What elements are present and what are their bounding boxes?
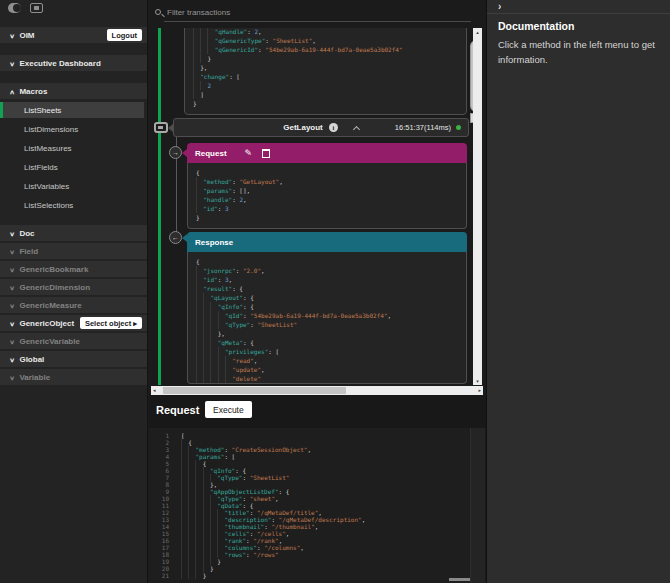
- sidebar-item-listfields[interactable]: ListFields: [0, 159, 147, 175]
- sidebar-section-genericbookmark[interactable]: ∨GenericBookmark: [0, 261, 147, 277]
- documentation-body: Click a method in the left menu to get i…: [498, 37, 658, 67]
- sidebar-label: ListDimensions: [24, 125, 78, 134]
- response-card-title: Response: [195, 238, 233, 247]
- sidebar-section-variable[interactable]: ∨Variable: [0, 369, 147, 385]
- chevron-down-icon: ∨: [9, 338, 15, 345]
- editor-code[interactable]: [ { "method": "CreateSessionObject", "pa…: [175, 432, 485, 583]
- scroll-down-arrow[interactable]: ▾: [473, 377, 482, 385]
- sidebar-section-genericvariable[interactable]: ∨GenericVariable: [0, 333, 147, 349]
- sidebar-section-genericobject[interactable]: ∨GenericObjectSelect object ▸: [0, 315, 147, 331]
- request-card-body: { "method": "GetLayout", "params": [], "…: [187, 163, 467, 229]
- scroll-left-arrow[interactable]: ◂: [153, 386, 156, 395]
- sidebar-item-listmeasures[interactable]: ListMeasures: [0, 140, 147, 156]
- request-editor[interactable]: 123456789101112131415161718192021 [ { "m…: [149, 428, 485, 583]
- sidebar-label: GenericMeasure: [19, 301, 81, 310]
- sidebar-label: OIM: [19, 31, 34, 40]
- editor-horizontal-scroll-thumb[interactable]: [449, 578, 470, 581]
- sidebar-item-listdimensions[interactable]: ListDimensions: [0, 121, 147, 137]
- filter-transactions-input[interactable]: Filter transactions: [167, 8, 230, 17]
- filter-row: Filter transactions: [149, 0, 486, 27]
- sidebar-section-global[interactable]: ∨Global: [0, 351, 147, 367]
- sidebar-section-genericmeasure[interactable]: ∨GenericMeasure: [0, 297, 147, 313]
- transactions-horizontal-scrollbar[interactable]: ◂ ▸: [151, 386, 483, 395]
- sidebar-label: ListSelections: [24, 201, 73, 210]
- sidebar-label: Variable: [19, 373, 50, 382]
- request-card-title: Request: [195, 149, 227, 158]
- call-timestamp: 16:51:37(114ms): [395, 123, 451, 132]
- sidebar-label: Global: [19, 355, 44, 364]
- chevron-down-icon: ∨: [9, 284, 15, 291]
- chat-bubble-node-icon: [154, 122, 168, 133]
- sidebar-section-executive-dashboard[interactable]: ∨Executive Dashboard: [0, 55, 147, 71]
- chevron-up-icon: ∧: [9, 88, 15, 95]
- topbar-icons: [8, 3, 43, 13]
- request-section-title: Request: [156, 404, 199, 416]
- transactions-vertical-scrollbar[interactable]: ▴ ▾: [473, 28, 482, 385]
- json-code: { "method": "GetLayout", "params": [], "…: [196, 168, 458, 222]
- request-section-bar: [149, 395, 486, 428]
- sidebar-item-listselections[interactable]: ListSelections: [0, 197, 147, 213]
- collapse-chevron-icon[interactable]: [353, 125, 360, 132]
- edit-icon[interactable]: ✎: [245, 148, 253, 158]
- sidebar-section-doc[interactable]: ∨Doc: [0, 225, 147, 241]
- timeline-connector-line: [176, 128, 177, 238]
- select-object-button[interactable]: Select object ▸: [80, 317, 142, 329]
- scroll-right-arrow[interactable]: ▸: [478, 386, 481, 395]
- logout-button[interactable]: Logout: [107, 29, 142, 41]
- filter-underline: [164, 21, 471, 22]
- scroll-up-arrow[interactable]: ▴: [473, 28, 482, 36]
- chevron-down-icon: ∨: [9, 266, 15, 273]
- chevron-down-icon: ∨: [9, 302, 15, 309]
- sidebar-label: GenericObject: [19, 319, 74, 328]
- sidebar-item-listvariables[interactable]: ListVariables: [0, 178, 147, 194]
- sidebar-label: GenericVariable: [19, 337, 79, 346]
- status-dot: [456, 125, 461, 130]
- call-method-label: GetLayout: [283, 123, 323, 132]
- chevron-down-icon: ∨: [9, 230, 15, 237]
- documentation-topbar: ›: [487, 0, 670, 14]
- chevron-down-icon: ∨: [9, 248, 15, 255]
- copy-icon[interactable]: [262, 149, 270, 158]
- search-icon: [155, 9, 161, 15]
- sidebar-menu: ∨OIMLogout∨Executive Dashboard∧MacrosLis…: [0, 0, 147, 385]
- timeline-accent-line: [158, 28, 161, 385]
- response-card: Response { "jsonrpc": "2.0", "id": 3, "r…: [187, 232, 467, 384]
- chat-toggle-icon[interactable]: [30, 3, 43, 13]
- previous-response-card: "qHandle": 2, "qGenericType": "SheetList…: [184, 28, 467, 115]
- sidebar-label: Macros: [19, 87, 47, 96]
- sidebar-label: Doc: [19, 229, 34, 238]
- sidebar-label: GenericDimension: [19, 283, 90, 292]
- request-arrow-icon: →: [169, 146, 182, 159]
- sidebar: ∨OIMLogout∨Executive Dashboard∧MacrosLis…: [0, 0, 148, 583]
- sidebar-section-macros[interactable]: ∧Macros: [0, 83, 147, 99]
- sidebar-label: Field: [19, 247, 38, 256]
- getlayout-call-header[interactable]: GetLayout i 16:51:37(114ms): [173, 118, 469, 137]
- sidebar-section-genericdimension[interactable]: ∨GenericDimension: [0, 279, 147, 295]
- request-card: Request ✎ { "method": "GetLayout", "para…: [187, 143, 467, 229]
- info-icon[interactable]: i: [329, 123, 338, 132]
- horizontal-scroll-thumb[interactable]: [163, 387, 346, 394]
- documentation-panel: › Documentation Click a method in the le…: [486, 0, 670, 583]
- collapse-panel-icon[interactable]: ›: [498, 1, 501, 12]
- execute-button[interactable]: Execute: [205, 401, 252, 418]
- chevron-down-icon: ∨: [9, 320, 15, 327]
- sidebar-label: Executive Dashboard: [19, 59, 100, 68]
- chevron-down-icon: ∨: [9, 374, 15, 381]
- sidebar-label: ListSheets: [24, 106, 61, 115]
- response-arrow-icon: ←: [169, 231, 182, 244]
- chevron-down-icon: ∨: [9, 32, 15, 39]
- editor-scrollbar-strip[interactable]: [470, 428, 485, 583]
- sidebar-section-oim[interactable]: ∨OIMLogout: [0, 27, 147, 43]
- sidebar-item-listsheets[interactable]: ListSheets: [0, 102, 144, 118]
- transactions-panel: Filter transactions "qHandle": 2, "qGene…: [149, 0, 486, 583]
- json-code: { "jsonrpc": "2.0", "id": 3, "result": {…: [196, 257, 458, 384]
- request-card-header: Request ✎: [187, 143, 467, 163]
- sidebar-section-field[interactable]: ∨Field: [0, 243, 147, 259]
- sidebar-label: ListFields: [24, 163, 58, 172]
- transaction-timeline: "qHandle": 2, "qGenericType": "SheetList…: [149, 28, 486, 385]
- sidebar-label: ListMeasures: [24, 144, 72, 153]
- sidebar-label: GenericBookmark: [19, 265, 88, 274]
- chevron-down-icon: ∨: [9, 356, 15, 363]
- sidebar-label: ListVariables: [24, 182, 69, 191]
- toggle-icon[interactable]: [8, 3, 21, 13]
